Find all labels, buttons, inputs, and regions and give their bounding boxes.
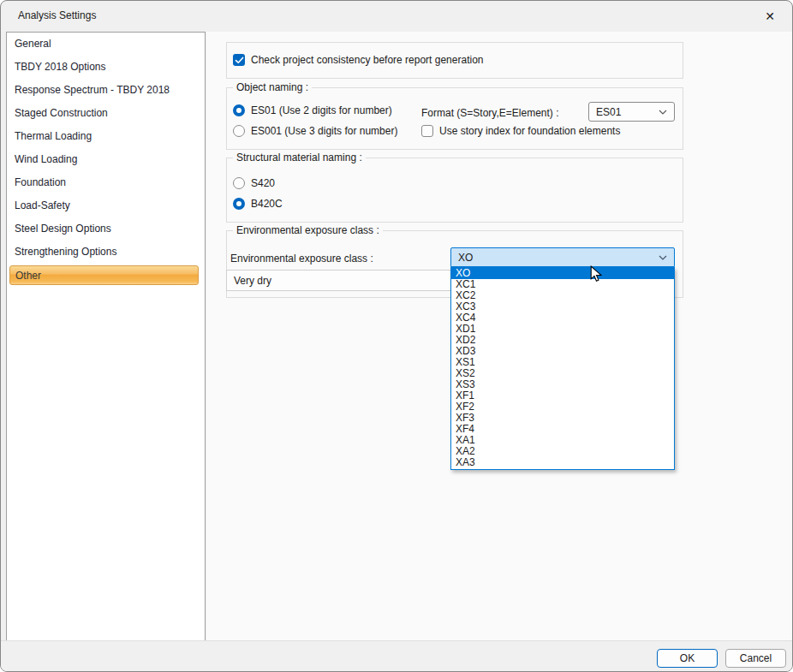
exposure-label: Environmental exposure class :: [230, 253, 373, 265]
mouse-cursor: [590, 265, 602, 282]
sidebar-item-steel-design-options[interactable]: Steel Design Options: [7, 217, 205, 241]
es001-radio-label: ES001 (Use 3 digits for number): [251, 125, 397, 137]
dropdown-option-xf4[interactable]: XF4: [451, 424, 674, 435]
exposure-label-row: Environmental exposure class :: [230, 253, 373, 265]
exposure-dropdown-list: XO XC1 XC2 XC3 XC4 XD1 XD2 XD3 XS1 XS2 X…: [450, 267, 675, 470]
dropdown-option-xc4[interactable]: XC4: [451, 312, 674, 324]
dropdown-option-xa2[interactable]: XA2: [451, 446, 674, 457]
sidebar-item-tbdy-2018-options[interactable]: TBDY 2018 Options: [7, 56, 205, 79]
dropdown-option-xf2[interactable]: XF2: [451, 401, 674, 413]
s420-radio-label: S420: [251, 177, 275, 189]
sidebar-item-staged-construction[interactable]: Staged Construction: [7, 102, 205, 125]
story-index-checkbox[interactable]: [421, 125, 433, 137]
consistency-checkbox[interactable]: [233, 54, 245, 66]
checkmark-icon: [235, 56, 244, 64]
dropdown-option-xc1[interactable]: XC1: [451, 279, 674, 290]
sidebar-item-general[interactable]: General: [7, 33, 205, 56]
dropdown-option-xa1[interactable]: XA1: [451, 435, 674, 446]
exposure-legend: Environmental exposure class :: [233, 224, 383, 236]
b420c-radio[interactable]: [233, 198, 245, 210]
cancel-button[interactable]: Cancel: [725, 649, 786, 668]
s420-radio[interactable]: [233, 177, 245, 189]
dropdown-option-xc3[interactable]: XC3: [451, 301, 674, 312]
chevron-down-icon: [659, 255, 667, 260]
analysis-settings-dialog: Analysis Settings ✕ General TBDY 2018 Op…: [0, 0, 793, 672]
es01-radio-label: ES01 (Use 2 digits for number): [251, 104, 392, 116]
dropdown-option-xs3[interactable]: XS3: [451, 379, 674, 390]
chevron-down-icon: [659, 110, 667, 115]
material-naming-group: Structural material naming : S420 B420C: [226, 158, 683, 223]
format-label: Format (S=Story,E=Element) :: [421, 107, 559, 119]
dropdown-option-xs1[interactable]: XS1: [451, 357, 674, 368]
es001-radio-row: ES001 (Use 3 digits for number): [233, 125, 397, 137]
dropdown-option-xs2[interactable]: XS2: [451, 368, 674, 379]
story-index-label: Use story index for foundation elements: [439, 125, 620, 137]
close-icon[interactable]: ✕: [758, 7, 782, 26]
format-combobox-value: ES01: [596, 106, 621, 118]
sidebar-item-load-safety[interactable]: Load-Safety: [7, 194, 205, 217]
story-index-row: Use story index for foundation elements: [421, 125, 620, 137]
consistency-label: Check project consistency before report …: [251, 54, 483, 66]
sidebar-item-foundation[interactable]: Foundation: [7, 171, 205, 194]
es001-radio[interactable]: [233, 125, 245, 137]
dropdown-option-xa3[interactable]: XA3: [451, 457, 674, 468]
dropdown-option-xc2[interactable]: XC2: [451, 290, 674, 301]
sidebar-item-response-spectrum[interactable]: Response Spectrum - TBDY 2018: [7, 79, 205, 102]
window-title: Analysis Settings: [18, 9, 96, 21]
dropdown-option-xd1[interactable]: XD1: [451, 324, 674, 335]
dropdown-option-xf3[interactable]: XF3: [451, 413, 674, 424]
sidebar-item-other[interactable]: Other: [9, 265, 199, 285]
sidebar-item-strengthening-options[interactable]: Strengthening Options: [7, 241, 205, 264]
s420-radio-row: S420: [233, 177, 275, 189]
dropdown-option-xd2[interactable]: XD2: [451, 335, 674, 346]
exposure-description-text: Very dry: [234, 275, 271, 287]
es01-radio[interactable]: [233, 104, 245, 116]
ok-button[interactable]: OK: [657, 649, 718, 668]
b420c-radio-row: B420C: [233, 198, 283, 210]
dropdown-option-xf1[interactable]: XF1: [451, 390, 674, 401]
format-label-row: Format (S=Story,E=Element) :: [421, 107, 559, 119]
exposure-combobox-value: XO: [458, 252, 473, 264]
format-combobox[interactable]: ES01: [588, 102, 675, 122]
dropdown-option-xo[interactable]: XO: [451, 268, 674, 279]
consistency-group: Check project consistency before report …: [226, 42, 683, 79]
b420c-radio-label: B420C: [251, 198, 283, 210]
consistency-row: Check project consistency before report …: [233, 54, 483, 66]
sidebar-item-thermal-loading[interactable]: Thermal Loading: [7, 125, 205, 148]
es01-radio-row: ES01 (Use 2 digits for number): [233, 104, 392, 116]
exposure-combobox[interactable]: XO: [450, 247, 675, 267]
dropdown-option-xd3[interactable]: XD3: [451, 346, 674, 357]
settings-category-list: General TBDY 2018 Options Response Spect…: [6, 32, 206, 642]
sidebar-item-wind-loading[interactable]: Wind Loading: [7, 148, 205, 171]
object-naming-legend: Object naming :: [233, 81, 312, 93]
material-naming-legend: Structural material naming :: [233, 152, 366, 164]
title-bar: Analysis Settings ✕: [1, 1, 792, 31]
